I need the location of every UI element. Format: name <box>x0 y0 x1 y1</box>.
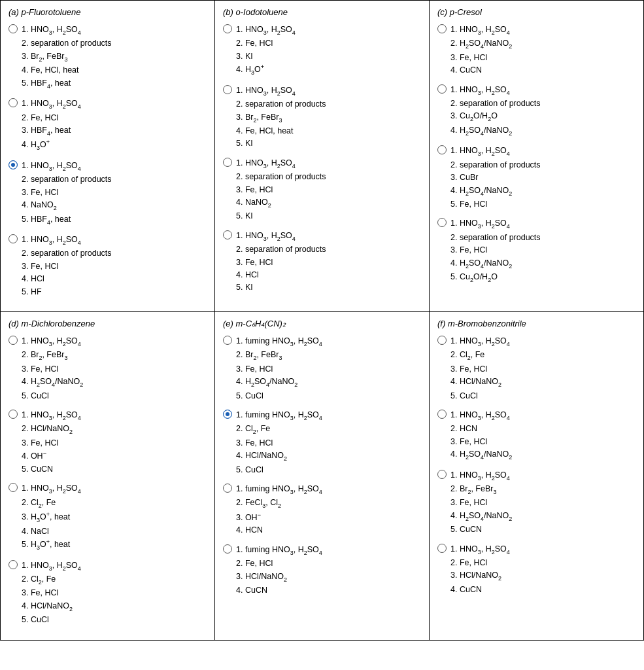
option-f-1[interactable]: 1. HNO3, H2SO42. HCN3. Fe, HCl4. H2SO4/N… <box>437 409 636 463</box>
radio-circle-e-0[interactable] <box>223 336 232 345</box>
option-c-0[interactable]: 1. HNO3, H2SO42. H2SO4/NaNO23. Fe, HCl4.… <box>437 24 636 77</box>
panel-c: (c) p-Cresol1. HNO3, H2SO42. H2SO4/NaNO2… <box>430 1 644 312</box>
radio-d-1[interactable] <box>8 410 18 421</box>
steps-c-3: 1. HNO3, H2SO42. separation of products3… <box>450 217 541 285</box>
radio-e-0[interactable] <box>223 336 232 347</box>
panel-e-title: (e) m-C₆H₄(CN)₂ <box>223 319 421 328</box>
option-d-2[interactable]: 1. HNO3, H2SO42. Cl2, Fe3. H3O+, heat4. … <box>8 482 207 552</box>
radio-d-2[interactable] <box>8 483 18 494</box>
option-f-0[interactable]: 1. HNO3, H2SO42. Cl2, Fe3. Fe, HCl4. HCl… <box>437 335 636 402</box>
steps-c-2: 1. HNO3, H2SO42. separation of products3… <box>450 145 541 211</box>
steps-a-2: 1. HNO3, H2SO42. separation of products3… <box>22 160 112 227</box>
radio-e-3[interactable] <box>223 544 232 555</box>
option-f-3[interactable]: 1. HNO3, H2SO42. Fe, HCl3. HCl/NaNO24. C… <box>437 543 636 597</box>
option-b-0[interactable]: 1. HNO3, H2SO42. Fe, HCl3. KI4. H3O+ <box>223 24 421 78</box>
radio-a-2[interactable] <box>8 160 18 171</box>
radio-circle-c-1[interactable] <box>437 84 447 94</box>
option-c-3[interactable]: 1. HNO3, H2SO42. separation of products3… <box>437 217 636 285</box>
steps-d-2: 1. HNO3, H2SO42. Cl2, Fe3. H3O+, heat4. … <box>22 482 81 552</box>
radio-circle-f-1[interactable] <box>437 410 447 419</box>
panel-c-title: (c) p-Cresol <box>437 7 636 17</box>
radio-a-0[interactable] <box>8 24 18 35</box>
panel-d: (d) m-Dichlorobenzene1. HNO3, H2SO42. Br… <box>1 312 215 641</box>
steps-c-0: 1. HNO3, H2SO42. H2SO4/NaNO23. Fe, HCl4.… <box>450 24 512 77</box>
steps-f-1: 1. HNO3, H2SO42. HCN3. Fe, HCl4. H2SO4/N… <box>450 409 512 463</box>
radio-f-2[interactable] <box>437 470 447 481</box>
radio-circle-a-1[interactable] <box>8 98 18 107</box>
radio-circle-b-1[interactable] <box>223 85 232 94</box>
option-c-1[interactable]: 1. HNO3, H2SO42. separation of products3… <box>437 84 636 139</box>
radio-circle-b-3[interactable] <box>223 230 232 239</box>
radio-d-3[interactable] <box>8 560 18 571</box>
radio-b-3[interactable] <box>223 230 232 241</box>
option-b-3[interactable]: 1. HNO3, H2SO42. separation of products3… <box>223 230 421 294</box>
panel-f: (f) m-Bromobenzonitrile1. HNO3, H2SO42. … <box>430 312 644 641</box>
radio-circle-d-3[interactable] <box>8 560 18 569</box>
radio-c-2[interactable] <box>437 145 447 156</box>
option-b-1[interactable]: 1. HNO3, H2SO42. separation of products3… <box>223 84 421 150</box>
radio-circle-a-0[interactable] <box>8 24 18 33</box>
radio-circle-b-0[interactable] <box>223 24 232 33</box>
option-a-0[interactable]: 1. HNO3, H2SO42. separation of products3… <box>8 24 207 91</box>
panel-a-title: (a) p-Fluorotoluene <box>8 7 207 17</box>
option-e-2[interactable]: 1. fuming HNO3, H2SO42. FeCl3, Cl23. OH−… <box>223 483 421 537</box>
radio-circle-c-3[interactable] <box>437 218 447 227</box>
radio-b-0[interactable] <box>223 24 232 35</box>
panel-e: (e) m-C₆H₄(CN)₂1. fuming HNO3, H2SO42. B… <box>215 312 430 641</box>
radio-b-2[interactable] <box>223 158 232 169</box>
radio-f-1[interactable] <box>437 410 447 421</box>
radio-circle-d-1[interactable] <box>8 410 18 419</box>
steps-f-3: 1. HNO3, H2SO42. Fe, HCl3. HCl/NaNO24. C… <box>450 543 510 597</box>
radio-e-2[interactable] <box>223 484 232 495</box>
option-d-3[interactable]: 1. HNO3, H2SO42. Cl2, Fe3. Fe, HCl4. HCl… <box>8 559 207 627</box>
option-d-0[interactable]: 1. HNO3, H2SO42. Br2, FeBr33. Fe, HCl4. … <box>8 335 207 402</box>
option-a-3[interactable]: 1. HNO3, H2SO42. separation of products3… <box>8 234 207 298</box>
panel-a: (a) p-Fluorotoluene1. HNO3, H2SO42. sepa… <box>1 1 215 312</box>
radio-circle-a-3[interactable] <box>8 234 18 243</box>
radio-circle-d-0[interactable] <box>8 336 18 345</box>
option-e-3[interactable]: 1. fuming HNO3, H2SO42. Fe, HCl3. HCl/Na… <box>223 544 421 597</box>
radio-circle-c-2[interactable] <box>437 145 447 154</box>
radio-circle-d-2[interactable] <box>8 483 18 492</box>
radio-d-0[interactable] <box>8 336 18 347</box>
steps-f-2: 1. HNO3, H2SO42. Br2, FeBr33. Fe, HCl4. … <box>450 469 512 537</box>
radio-f-3[interactable] <box>437 544 447 555</box>
steps-a-3: 1. HNO3, H2SO42. separation of products3… <box>22 234 112 298</box>
radio-b-1[interactable] <box>223 85 232 96</box>
radio-c-0[interactable] <box>437 24 447 35</box>
option-a-1[interactable]: 1. HNO3, H2SO42. Fe, HCl3. HBF4, heat4. … <box>8 97 207 153</box>
option-e-0[interactable]: 1. fuming HNO3, H2SO42. Br2, FeBr33. Fe,… <box>223 335 421 402</box>
radio-circle-e-2[interactable] <box>223 484 232 493</box>
radio-circle-b-2[interactable] <box>223 158 232 167</box>
steps-e-3: 1. fuming HNO3, H2SO42. Fe, HCl3. HCl/Na… <box>236 544 322 597</box>
steps-c-1: 1. HNO3, H2SO42. separation of products3… <box>450 84 541 139</box>
radio-a-3[interactable] <box>8 234 18 245</box>
option-a-2[interactable]: 1. HNO3, H2SO42. separation of products3… <box>8 160 207 227</box>
option-d-1[interactable]: 1. HNO3, H2SO42. HCl/NaNO23. Fe, HCl4. O… <box>8 409 207 476</box>
option-b-2[interactable]: 1. HNO3, H2SO42. separation of products3… <box>223 157 421 223</box>
panel-b-title: (b) o-Iodotoluene <box>223 7 421 17</box>
steps-a-1: 1. HNO3, H2SO42. Fe, HCl3. HBF4, heat4. … <box>22 97 81 153</box>
radio-circle-c-0[interactable] <box>437 24 447 33</box>
steps-a-0: 1. HNO3, H2SO42. separation of products3… <box>22 24 112 91</box>
steps-d-3: 1. HNO3, H2SO42. Cl2, Fe3. Fe, HCl4. HCl… <box>22 559 81 627</box>
radio-circle-e-1[interactable] <box>223 410 232 419</box>
steps-b-1: 1. HNO3, H2SO42. separation of products3… <box>236 84 326 150</box>
option-f-2[interactable]: 1. HNO3, H2SO42. Br2, FeBr33. Fe, HCl4. … <box>437 469 636 537</box>
radio-a-1[interactable] <box>8 98 18 109</box>
radio-circle-f-2[interactable] <box>437 470 447 479</box>
option-c-2[interactable]: 1. HNO3, H2SO42. separation of products3… <box>437 145 636 211</box>
steps-d-0: 1. HNO3, H2SO42. Br2, FeBr33. Fe, HCl4. … <box>22 335 83 402</box>
radio-e-1[interactable] <box>223 410 232 421</box>
option-e-1[interactable]: 1. fuming HNO3, H2SO42. Cl2, Fe3. Fe, HC… <box>223 409 421 476</box>
radio-f-0[interactable] <box>437 336 447 347</box>
radio-circle-a-2[interactable] <box>8 160 18 169</box>
steps-b-2: 1. HNO3, H2SO42. separation of products3… <box>236 157 326 223</box>
radio-circle-e-3[interactable] <box>223 544 232 554</box>
radio-circle-f-0[interactable] <box>437 336 447 345</box>
radio-c-3[interactable] <box>437 218 447 229</box>
radio-c-1[interactable] <box>437 84 447 96</box>
steps-b-0: 1. HNO3, H2SO42. Fe, HCl3. KI4. H3O+ <box>236 24 296 78</box>
steps-e-0: 1. fuming HNO3, H2SO42. Br2, FeBr33. Fe,… <box>236 335 322 402</box>
radio-circle-f-3[interactable] <box>437 544 447 553</box>
